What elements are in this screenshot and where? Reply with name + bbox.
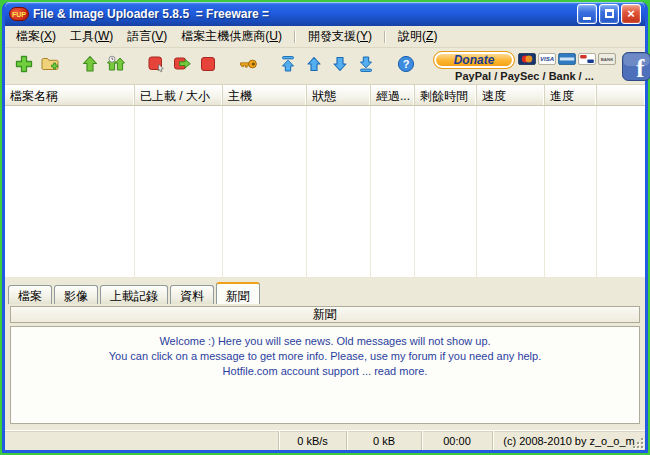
- skip-icon: [172, 54, 192, 78]
- upload-all-button[interactable]: [103, 53, 129, 79]
- stop-all-button[interactable]: [195, 53, 221, 79]
- tab-data[interactable]: 資料: [170, 285, 214, 304]
- visa-icon: VISA: [538, 51, 556, 69]
- move-up-button[interactable]: [301, 53, 327, 79]
- tab-strip: 檔案影像上載記錄資料新聞: [5, 282, 645, 304]
- facebook-icon[interactable]: f: [622, 52, 650, 81]
- svg-text:?: ?: [403, 58, 410, 70]
- toolbar: ? Donate VISABANK PayPal / PaySec / Bank…: [5, 48, 645, 85]
- menu-file-hosts[interactable]: 檔案主機供應商(U): [174, 26, 289, 47]
- donate-caption: PayPal / PaySec / Bank / ...: [455, 70, 594, 82]
- donate-area: Donate VISABANK PayPal / PaySec / Bank /…: [433, 51, 650, 82]
- upload-all-icon: [106, 54, 126, 78]
- maximize-button[interactable]: [599, 4, 619, 24]
- donate-button[interactable]: Donate: [433, 51, 515, 69]
- add-folder-icon: [40, 54, 60, 78]
- toolbar-buttons: ?: [11, 53, 433, 79]
- window-title: File & Image Uploader 5.8.5 = Freeware =: [33, 7, 573, 21]
- column-gridline: [544, 106, 545, 277]
- move-bottom-icon: [356, 54, 376, 78]
- status-size: 0 kB: [346, 431, 421, 450]
- app-window: FUP File & Image Uploader 5.8.5 = Freewa…: [2, 2, 648, 453]
- card-generic-icon: [578, 51, 596, 69]
- move-top-button[interactable]: [275, 53, 301, 79]
- menu-tools[interactable]: 工具(W): [63, 26, 120, 47]
- column-header-elapsed[interactable]: 經過...: [371, 85, 415, 105]
- skip-button[interactable]: [169, 53, 195, 79]
- tab-news[interactable]: 新聞: [216, 282, 260, 304]
- menu-separator: [294, 31, 296, 43]
- add-folder-button[interactable]: [37, 53, 63, 79]
- column-gridline: [596, 106, 597, 277]
- column-header-status[interactable]: 狀態: [307, 85, 371, 105]
- tab-files[interactable]: 檔案: [8, 285, 52, 304]
- column-header-host[interactable]: 主機: [223, 85, 307, 105]
- menu-support-development[interactable]: 開發支援(Y): [301, 26, 379, 47]
- move-up-icon: [304, 54, 324, 78]
- column-header-filler: [597, 85, 645, 105]
- column-gridline: [222, 106, 223, 277]
- menu-file[interactable]: 檔案(X): [9, 26, 63, 47]
- svg-text:f: f: [636, 55, 645, 81]
- add-files-button[interactable]: [11, 53, 37, 79]
- status-bar: 0 kB/s0 kB00:00(c) 2008-2010 by z_o_o_m: [5, 430, 645, 450]
- stop-current-button[interactable]: [143, 53, 169, 79]
- move-down-icon: [330, 54, 350, 78]
- column-header-remaining-time[interactable]: 剩餘時間: [415, 85, 477, 105]
- move-bottom-button[interactable]: [353, 53, 379, 79]
- news-message[interactable]: Welcome :) Here you will see news. Old m…: [11, 334, 639, 349]
- help-icon: ?: [396, 54, 416, 78]
- menu-help[interactable]: 說明(Z): [391, 26, 444, 47]
- stop-all-icon: [198, 54, 218, 78]
- column-header-speed[interactable]: 速度: [477, 85, 545, 105]
- column-gridline: [476, 106, 477, 277]
- app-icon: FUP: [9, 7, 29, 21]
- column-gridline: [414, 106, 415, 277]
- column-header-filename[interactable]: 檔案名稱: [5, 85, 135, 105]
- menu-language[interactable]: 語言(V): [120, 26, 174, 47]
- file-list-header: 檔案名稱已上載 / 大小主機狀態經過...剩餘時間速度進度: [5, 85, 645, 106]
- title-bar[interactable]: FUP File & Image Uploader 5.8.5 = Freewa…: [5, 2, 645, 26]
- help-button[interactable]: ?: [393, 53, 419, 79]
- column-header-progress[interactable]: 進度: [545, 85, 597, 105]
- close-button[interactable]: ×: [621, 4, 641, 24]
- file-list[interactable]: [5, 106, 645, 277]
- svg-text:BANK: BANK: [601, 57, 615, 62]
- news-tab-page: 新聞 Welcome :) Here you will see news. Ol…: [5, 304, 645, 427]
- column-gridline: [134, 106, 135, 277]
- news-message[interactable]: Hotfile.com account support ... read mor…: [11, 364, 639, 379]
- mastercard-icon: [518, 51, 536, 69]
- stop-current-icon: [146, 54, 166, 78]
- add-files-icon: [14, 54, 34, 78]
- news-list: Welcome :) Here you will see news. Old m…: [10, 326, 640, 424]
- payment-icons: VISABANK: [518, 51, 616, 69]
- accounts-key-button[interactable]: [235, 53, 261, 79]
- upload-icon: [80, 54, 100, 78]
- amex-icon: [558, 51, 576, 69]
- minimize-button[interactable]: [577, 4, 597, 24]
- bank-icon: BANK: [598, 51, 616, 69]
- column-gridline: [306, 106, 307, 277]
- status-time: 00:00: [421, 431, 492, 450]
- status-copyright: (c) 2008-2010 by z_o_o_m: [492, 431, 645, 450]
- menu-bar: 檔案(X)工具(W)語言(V)檔案主機供應商(U)開發支援(Y)說明(Z): [5, 26, 645, 48]
- column-header-uploaded-size[interactable]: 已上載 / 大小: [135, 85, 223, 105]
- news-message[interactable]: You can click on a message to get more i…: [11, 349, 639, 364]
- tab-upload-log[interactable]: 上載記錄: [100, 285, 168, 304]
- svg-text:VISA: VISA: [540, 56, 554, 62]
- menu-separator: [384, 31, 386, 43]
- status-speed: 0 kB/s: [278, 431, 346, 450]
- move-down-button[interactable]: [327, 53, 353, 79]
- status-spacer: [5, 431, 278, 450]
- tab-images[interactable]: 影像: [54, 285, 98, 304]
- news-header: 新聞: [10, 306, 640, 323]
- upload-button[interactable]: [77, 53, 103, 79]
- accounts-key-icon: [238, 54, 258, 78]
- column-gridline: [370, 106, 371, 277]
- resize-grip[interactable]: [631, 436, 643, 448]
- move-top-icon: [278, 54, 298, 78]
